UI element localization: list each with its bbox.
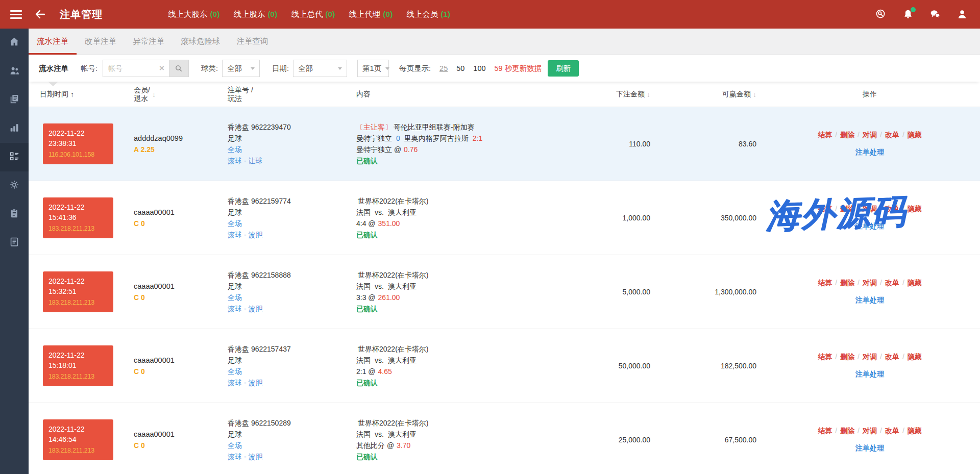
- settle-link[interactable]: 结算: [818, 131, 832, 140]
- nav-online-agent[interactable]: 线上代理(0): [349, 9, 393, 20]
- header-win-amount[interactable]: 可赢金额↓: [653, 90, 760, 99]
- row-actions: 结算/ 删除/ 对调/ 改单/ 隐藏: [760, 427, 980, 436]
- delete-link[interactable]: 删除: [840, 279, 854, 288]
- delete-link[interactable]: 删除: [840, 205, 854, 214]
- process-order-link[interactable]: 注单处理: [760, 444, 980, 453]
- table-row: 2022-11-22 14:46:54 183.218.211.213 caaa…: [29, 403, 980, 474]
- win-amount: 83.60: [653, 140, 760, 148]
- pick-label: 2:1 @: [356, 367, 376, 376]
- search-icon[interactable]: [875, 9, 887, 20]
- home-team: 法国: [356, 282, 371, 290]
- hide-link[interactable]: 隐藏: [908, 427, 922, 436]
- sidebar-item-logs[interactable]: [0, 229, 29, 257]
- per-page-100[interactable]: 100: [473, 64, 485, 72]
- header-bet-amount[interactable]: 下注金额↓: [564, 90, 653, 99]
- bet-date: 2022-11-22: [48, 128, 108, 138]
- swap-link[interactable]: 对调: [863, 279, 877, 288]
- tab-rolling-danger-ball[interactable]: 滚球危险球: [173, 29, 229, 55]
- scope-link[interactable]: 全场: [228, 440, 351, 451]
- settle-link[interactable]: 结算: [818, 427, 832, 436]
- modify-link[interactable]: 改单: [885, 427, 899, 436]
- header-member-rebate[interactable]: 会员/退水↓: [129, 86, 223, 103]
- user-icon[interactable]: [957, 9, 968, 20]
- scope-link[interactable]: 全场: [228, 144, 351, 155]
- modify-link[interactable]: 改单: [885, 353, 899, 362]
- header-datetime[interactable]: 日期时间↑: [29, 90, 129, 99]
- process-order-link[interactable]: 注单处理: [760, 222, 980, 231]
- tab-modified-orders[interactable]: 改单注单: [77, 29, 125, 55]
- ip-address: 183.218.211.213: [48, 223, 108, 234]
- delete-link[interactable]: 删除: [840, 427, 854, 436]
- modify-link[interactable]: 改单: [885, 279, 899, 288]
- process-order-link[interactable]: 注单处理: [760, 370, 980, 379]
- count-badge: (0): [383, 10, 393, 19]
- tab-bar: 流水注单 改单注单 异常注单 滚球危险球 注单查询: [29, 29, 980, 55]
- hide-link[interactable]: 隐藏: [908, 205, 922, 214]
- process-order-link[interactable]: 注单处理: [760, 296, 980, 305]
- row-actions: 结算/ 删除/ 对调/ 改单/ 隐藏: [760, 131, 980, 140]
- scope-link[interactable]: 全场: [228, 366, 351, 377]
- header-content: 内容: [351, 90, 564, 99]
- scope-link[interactable]: 全场: [228, 218, 351, 229]
- notifications-icon[interactable]: [902, 9, 914, 20]
- win-amount: 350,000.00: [653, 214, 760, 222]
- odds-value: 3.70: [397, 441, 410, 450]
- delete-link[interactable]: 删除: [840, 131, 854, 140]
- scope-link[interactable]: 全场: [228, 292, 351, 303]
- sidebar-item-tasks[interactable]: [0, 200, 29, 229]
- messages-icon[interactable]: [929, 9, 941, 20]
- hide-link[interactable]: 隐藏: [908, 353, 922, 362]
- nav-online-shareholder[interactable]: 线上股东(0): [233, 9, 277, 20]
- nav-online-master-agent[interactable]: 线上总代(0): [291, 9, 335, 20]
- modify-link[interactable]: 改单: [885, 205, 899, 214]
- nav-online-big-shareholder[interactable]: 线上大股东(0): [168, 9, 219, 20]
- tab-order-query[interactable]: 注单查询: [229, 29, 277, 55]
- member-rebate: A 2.25: [134, 145, 223, 154]
- swap-link[interactable]: 对调: [863, 353, 877, 362]
- sidebar-item-members[interactable]: [0, 57, 29, 86]
- account-input[interactable]: [103, 64, 158, 72]
- swap-link[interactable]: 对调: [863, 427, 877, 436]
- play-type-link[interactable]: 滚球 - 波胆: [228, 451, 351, 462]
- process-order-link[interactable]: 注单处理: [760, 148, 980, 157]
- page-select[interactable]: 第1页: [357, 60, 389, 77]
- nav-online-member[interactable]: 线上会员(1): [406, 9, 450, 20]
- per-page-25[interactable]: 25: [439, 64, 448, 72]
- delete-link[interactable]: 删除: [840, 353, 854, 362]
- settle-link[interactable]: 结算: [818, 353, 832, 362]
- settle-link[interactable]: 结算: [818, 205, 832, 214]
- sidebar-item-orders[interactable]: [0, 143, 29, 171]
- handicap-value: 0: [396, 134, 400, 142]
- hide-link[interactable]: 隐藏: [908, 279, 922, 288]
- play-type-link[interactable]: 滚球 - 波胆: [228, 303, 351, 314]
- per-page-50[interactable]: 50: [456, 64, 464, 72]
- search-button[interactable]: [169, 60, 188, 77]
- league-name: 世界杯2022(在卡塔尔): [358, 271, 428, 279]
- play-type-link[interactable]: 滚球 - 波胆: [228, 377, 351, 388]
- play-type-link[interactable]: 滚球 - 波胆: [228, 229, 351, 240]
- users-icon: [9, 65, 20, 79]
- play-type-link[interactable]: 滚球 - 让球: [228, 155, 351, 166]
- hide-link[interactable]: 隐藏: [908, 131, 922, 140]
- sidebar-item-reports[interactable]: [0, 86, 29, 114]
- date-select[interactable]: 全部: [293, 60, 347, 77]
- sidebar-item-statistics[interactable]: [0, 114, 29, 143]
- swap-link[interactable]: 对调: [863, 205, 877, 214]
- sidebar-item-home[interactable]: [0, 29, 29, 57]
- sidebar-item-settings[interactable]: [0, 171, 29, 200]
- swap-link[interactable]: 对调: [863, 131, 877, 140]
- menu-icon[interactable]: [10, 8, 22, 21]
- back-icon[interactable]: [34, 8, 46, 20]
- tab-abnormal-orders[interactable]: 异常注单: [125, 29, 173, 55]
- clear-icon[interactable]: ×: [158, 63, 169, 73]
- bet-date: 2022-11-22: [48, 424, 108, 434]
- bet-amount: 5,000.00: [564, 288, 653, 296]
- tab-flow-orders[interactable]: 流水注单: [29, 29, 77, 55]
- settle-link[interactable]: 结算: [818, 279, 832, 288]
- ball-type-select[interactable]: 全部: [222, 60, 260, 77]
- table-row: 2022-11-22 15:18:01 183.218.211.213 caaa…: [29, 329, 980, 403]
- refresh-button[interactable]: 刷新: [548, 60, 579, 77]
- modify-link[interactable]: 改单: [885, 131, 899, 140]
- order-sport: 足球: [228, 133, 351, 144]
- top-bar: 注单管理 线上大股东(0) 线上股东(0) 线上总代(0) 线上代理(0) 线上…: [0, 0, 980, 29]
